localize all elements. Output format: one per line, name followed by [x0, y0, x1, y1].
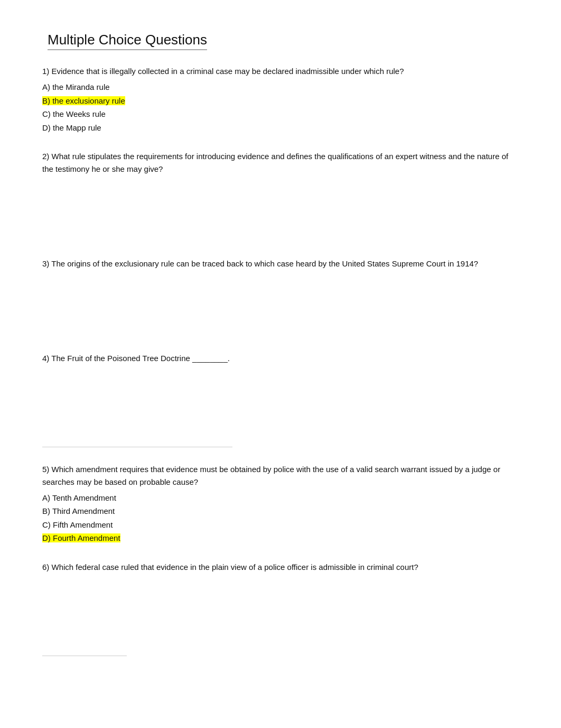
highlighted-answer-q1-1: B) the exclusionary rule [42, 96, 125, 105]
question-block-q2: 2) What rule stipulates the requirements… [42, 150, 519, 242]
answer-area-q3 [42, 273, 519, 336]
question-text-q4: 4) The Fruit of the Poisoned Tree Doctri… [42, 352, 519, 364]
question-block-q5: 5) Which amendment requires that evidenc… [42, 463, 519, 545]
answer-area-q6 [42, 576, 519, 640]
answer-option-q5-3: D) Fourth Amendment [42, 531, 519, 545]
section-divider [42, 447, 232, 447]
bottom-divider [42, 656, 127, 656]
question-block-q3: 3) The origins of the exclusionary rule … [42, 257, 519, 336]
page-title: Multiple Choice Questions [48, 32, 207, 50]
answer-option-q1-0: A) the Miranda rule [42, 80, 519, 94]
answer-area-q4 [42, 367, 519, 431]
question-block-q1: 1) Evidence that is illegally collected … [42, 65, 519, 134]
question-text-q5: 5) Which amendment requires that evidenc… [42, 463, 519, 488]
question-text-q3: 3) The origins of the exclusionary rule … [42, 257, 519, 270]
answer-option-q5-2: C) Fifth Amendment [42, 518, 519, 532]
answer-option-q1-3: D) the Mapp rule [42, 121, 519, 135]
answer-option-q5-0: A) Tenth Amendment [42, 491, 519, 505]
answer-option-q1-1: B) the exclusionary rule [42, 94, 519, 108]
answer-option-q5-1: B) Third Amendment [42, 504, 519, 518]
question-block-q6: 6) Which federal case ruled that evidenc… [42, 561, 519, 640]
highlighted-answer-q5-3: D) Fourth Amendment [42, 533, 120, 542]
questions-container: 1) Evidence that is illegally collected … [42, 65, 519, 656]
question-text-q1: 1) Evidence that is illegally collected … [42, 65, 519, 77]
question-block-q4: 4) The Fruit of the Poisoned Tree Doctri… [42, 352, 519, 447]
answer-area-q2 [42, 178, 519, 242]
question-text-q2: 2) What rule stipulates the requirements… [42, 150, 519, 175]
answer-option-q1-2: C) the Weeks rule [42, 107, 519, 121]
question-text-q6: 6) Which federal case ruled that evidenc… [42, 561, 519, 573]
